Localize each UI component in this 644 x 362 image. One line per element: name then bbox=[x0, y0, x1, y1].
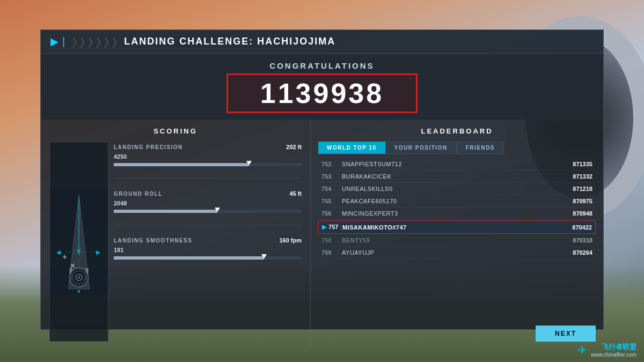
tab-friends[interactable]: FRIENDS bbox=[457, 142, 504, 154]
metric-smooth-bar bbox=[114, 256, 302, 260]
svg-point-16 bbox=[78, 276, 80, 278]
lb-score: 870975 bbox=[560, 198, 592, 204]
table-row: 753 BURAKAKCICEK 871332 bbox=[318, 171, 596, 183]
lb-score: 870948 bbox=[560, 210, 592, 217]
table-row: 758 BENTY59 870318 bbox=[318, 234, 596, 247]
metric-smooth-name: LANDING SMOOTHNESS bbox=[114, 238, 192, 243]
watermark-text: 飞行者联盟 www.chinaflier.com bbox=[591, 342, 636, 358]
chevron-deco: ❯❯❯❯❯❯ bbox=[70, 37, 119, 47]
leaderboard-tabs: WORLD TOP 10 YOUR POSITION FRIENDS bbox=[318, 142, 596, 154]
divider-icon: | bbox=[62, 35, 65, 48]
metric-roll-bar bbox=[114, 210, 302, 213]
svg-text:✕: ✕ bbox=[70, 262, 75, 269]
bar-indicator-precision bbox=[246, 161, 252, 165]
svg-text:▶: ▶ bbox=[96, 249, 101, 255]
metric-roll-value: 45 ft bbox=[289, 190, 302, 197]
lb-rank: 755 bbox=[321, 198, 342, 204]
header-bar: ▶ | ❯❯❯❯❯❯ LANDING CHALLENGE: HACHIJOJIM… bbox=[41, 30, 603, 54]
congrats-section: CONGRATULATIONS 1139938 bbox=[41, 54, 603, 120]
svg-text:◀: ◀ bbox=[56, 249, 61, 255]
bar-indicator-smooth bbox=[261, 254, 267, 258]
play-icon: ▶ bbox=[50, 36, 58, 48]
lb-rank-current: ▶757 bbox=[322, 224, 342, 231]
metric-smoothness: LANDING SMOOTHNESS 160 fpm 181 bbox=[114, 237, 302, 260]
lb-rank: 754 bbox=[321, 186, 342, 192]
table-row: 752 SNAPPIESTSUM712 871335 bbox=[318, 158, 596, 171]
lb-name-current: MISAKAMIKOTO#747 bbox=[342, 224, 560, 231]
leaderboard-table: 752 SNAPPIESTSUM712 871335 753 BURAKAKCI… bbox=[318, 158, 596, 321]
metric-precision-bar bbox=[114, 163, 302, 166]
lb-name: BENTY59 bbox=[342, 237, 560, 243]
watermark-url: www.chinaflier.com bbox=[591, 352, 636, 358]
metric-roll-score: 2048 bbox=[114, 200, 302, 206]
lb-rank: 753 bbox=[321, 173, 342, 180]
lb-name: SNAPPIESTSUM712 bbox=[342, 161, 560, 167]
metric-precision-name: LANDING PRECISION bbox=[114, 144, 183, 150]
scoring-title: SCORING bbox=[49, 127, 302, 135]
lb-score: 871218 bbox=[560, 186, 592, 192]
metric-landing-precision: LANDING PRECISION 202 ft 4250 bbox=[114, 144, 302, 166]
scoring-panel: SCORING bbox=[41, 120, 311, 349]
lb-rank: 752 bbox=[321, 161, 342, 167]
scoring-metrics: LANDING PRECISION 202 ft 4250 GR bbox=[114, 142, 302, 342]
metric-precision-value: 202 ft bbox=[286, 144, 302, 150]
watermark-logo-icon: ✈ bbox=[577, 344, 587, 357]
lb-name: BURAKAKCICEK bbox=[342, 173, 560, 180]
metric-ground-roll: GROUND ROLL 45 ft 2048 bbox=[114, 190, 302, 213]
next-btn-container: NEXT bbox=[318, 326, 596, 342]
bar-fill-roll bbox=[114, 210, 217, 213]
metric-precision-score: 4250 bbox=[114, 153, 302, 160]
watermark-cn-text: 飞行者联盟 bbox=[602, 342, 636, 352]
content-area: SCORING bbox=[41, 120, 603, 349]
lb-score: 870264 bbox=[560, 249, 592, 256]
lb-score: 871332 bbox=[560, 173, 592, 180]
tab-world-top10[interactable]: WORLD TOP 10 bbox=[318, 142, 385, 154]
bar-fill-smooth bbox=[114, 256, 264, 260]
scoring-inner: ◀ ▶ + ✕ ▼ bbox=[49, 142, 302, 342]
lb-rank: 758 bbox=[321, 237, 342, 243]
table-row-current: ▶757 MISAKAMIKOTO#747 870422 bbox=[318, 220, 596, 234]
table-row: 755 PEAKCAFE605170 870975 bbox=[318, 195, 596, 208]
lb-score: 870318 bbox=[560, 237, 592, 243]
metric-smooth-value: 160 fpm bbox=[279, 237, 302, 243]
lb-name: PEAKCAFE605170 bbox=[342, 198, 560, 204]
tab-your-position[interactable]: YOUR POSITION bbox=[385, 142, 457, 154]
svg-text:▼: ▼ bbox=[76, 289, 82, 294]
metric-smooth-score: 181 bbox=[114, 247, 302, 253]
current-player-arrow: ▶ bbox=[322, 224, 326, 230]
lb-name: UNREALSKILLS0 bbox=[342, 186, 560, 192]
congrats-score: 1139938 bbox=[260, 77, 384, 109]
table-row: 754 UNREALSKILLS0 871218 bbox=[318, 183, 596, 195]
lb-name: MINCINGEXPERT3 bbox=[342, 210, 560, 217]
metric-divider-1 bbox=[114, 178, 302, 179]
leaderboard-title: LEADERBOARD bbox=[318, 127, 596, 135]
main-panel: ▶ | ❯❯❯❯❯❯ LANDING CHALLENGE: HACHIJOJIM… bbox=[40, 29, 604, 330]
watermark: ✈ 飞行者联盟 www.chinaflier.com bbox=[577, 342, 636, 358]
bar-fill-precision bbox=[114, 163, 249, 166]
metric-roll-name: GROUND ROLL bbox=[114, 191, 163, 197]
lb-score: 871335 bbox=[560, 161, 592, 167]
landing-diagram: ◀ ▶ + ✕ ▼ bbox=[49, 142, 108, 342]
bar-indicator-roll bbox=[215, 208, 220, 212]
lb-rank: 756 bbox=[321, 210, 342, 217]
lb-score-current: 870422 bbox=[560, 224, 592, 231]
page-title: LANDING CHALLENGE: HACHIJOJIMA bbox=[124, 36, 335, 47]
metric-divider-2 bbox=[114, 225, 302, 225]
svg-text:+: + bbox=[63, 253, 67, 261]
lb-name: AYUAYUJP bbox=[342, 249, 560, 256]
table-row: 759 AYUAYUJP 870264 bbox=[318, 247, 596, 259]
next-button[interactable]: NEXT bbox=[536, 326, 596, 342]
congrats-label: CONGRATULATIONS bbox=[41, 61, 603, 70]
congrats-score-box: 1139938 bbox=[226, 73, 418, 113]
leaderboard-panel: LEADERBOARD WORLD TOP 10 YOUR POSITION F… bbox=[311, 120, 603, 349]
lb-rank: 759 bbox=[321, 249, 342, 256]
table-row: 756 MINCINGEXPERT3 870948 bbox=[318, 208, 596, 220]
